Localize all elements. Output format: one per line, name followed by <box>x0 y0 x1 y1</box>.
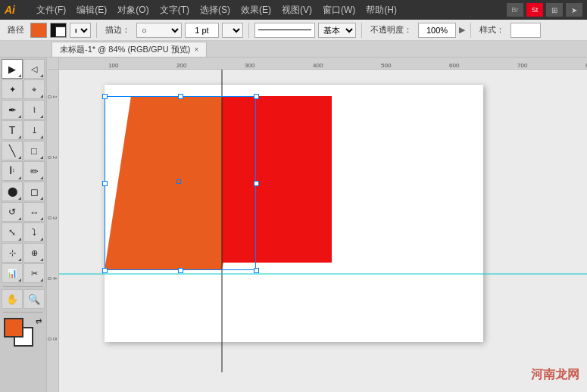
snap-select[interactable]: ○ <box>136 23 182 38</box>
pen-tool[interactable]: ✒ <box>2 100 23 120</box>
style-box[interactable] <box>511 23 541 38</box>
magic-wand-tool[interactable]: ✦ <box>2 79 23 99</box>
ruler-corner <box>47 58 59 70</box>
toolbox: ▶ ◁ ✦ ⌖ ✒ ⌇ T Ʇ ╲ □ 𝄆 ✏ ⬤ ◻ ↺ ↔ <box>0 58 47 392</box>
title-right-icons: Br St ⊞ ➤ <box>507 3 582 17</box>
ruler-tick-300: 300 <box>245 62 254 69</box>
chart-tool[interactable]: 📊 <box>2 263 23 283</box>
paintbrush-tool[interactable]: 𝄆 <box>2 161 23 181</box>
menu-select[interactable]: 选择(S) <box>195 2 235 18</box>
stroke-unit[interactable]: ▼ <box>222 23 243 38</box>
send-icon[interactable]: ➤ <box>566 3 582 17</box>
ruler-tick-100: 100 <box>108 62 118 69</box>
app-logo: Ai <box>5 4 27 16</box>
lasso-tool[interactable]: ⌖ <box>23 79 45 99</box>
line-tool[interactable]: ╲ <box>2 141 23 160</box>
curvature-tool[interactable]: ⌇ <box>23 100 45 120</box>
path-label: 路径 <box>5 24 27 36</box>
red-rectangle[interactable] <box>222 96 332 263</box>
scale-tool[interactable]: ⤡ <box>2 222 23 242</box>
stroke-line-preview[interactable] <box>254 23 315 38</box>
document-tab[interactable]: 未标题-1* @ 84% (RGB/GPU 预览) × <box>52 42 207 57</box>
tab-close-button[interactable]: × <box>195 45 199 54</box>
stroke-dropdown[interactable]: ■ <box>70 23 91 38</box>
ruler-left: 100 200 300 400 500 <box>47 58 59 392</box>
workspace[interactable] <box>59 70 587 392</box>
hand-tool[interactable]: ✋ <box>2 289 23 309</box>
stroke-style-select[interactable]: 基本 <box>318 23 356 38</box>
opacity-label: 不透明度： <box>367 24 415 36</box>
ruler-tick-v-500: 500 <box>47 338 58 341</box>
menu-object[interactable]: 对象(O) <box>113 2 153 18</box>
color-tools: ⇄ <box>2 315 45 353</box>
blob-brush-tool[interactable]: ⬤ <box>2 182 23 201</box>
ruler-tick-v-200: 200 <box>47 156 58 159</box>
stock-icon[interactable]: St <box>526 3 543 17</box>
rotate-tool[interactable]: ↺ <box>2 202 23 222</box>
snap-label: 描边： <box>102 24 133 36</box>
ruler-top: 100 200 300 400 500 600 700 800 <box>59 58 587 70</box>
ruler-tick-600: 600 <box>449 62 459 69</box>
stroke-color-swatch[interactable] <box>50 23 67 38</box>
titlebar: Ai 文件(F) 编辑(E) 对象(O) 文字(T) 选择(S) 效果(E) 视… <box>0 0 587 20</box>
ruler-tick-v-300: 300 <box>47 216 58 219</box>
menu-help[interactable]: 帮助(H) <box>361 2 401 18</box>
fill-color-swatch[interactable] <box>30 23 47 38</box>
ruler-tick-200: 200 <box>176 62 186 69</box>
slice-tool[interactable]: ✂ <box>23 263 45 283</box>
ruler-tick-v-400: 400 <box>47 277 58 280</box>
zoom-tool[interactable]: 🔍 <box>23 289 45 309</box>
tab-title: 未标题-1* @ 84% (RGB/GPU 预览) <box>60 44 191 55</box>
pencil-tool[interactable]: ✏ <box>23 161 45 181</box>
tabbar: 未标题-1* @ 84% (RGB/GPU 预览) × <box>0 41 587 58</box>
type-tool[interactable]: T <box>2 120 23 140</box>
rect-tool[interactable]: □ <box>23 141 45 160</box>
grid-icon[interactable]: ⊞ <box>546 3 563 17</box>
opacity-input[interactable] <box>418 23 456 38</box>
touch-type-tool[interactable]: Ʇ <box>23 120 45 140</box>
menu-effect[interactable]: 效果(E) <box>236 2 276 18</box>
ruler-tick-400: 400 <box>313 62 323 69</box>
free-transform-tool[interactable]: ⊹ <box>2 243 23 263</box>
direct-select-tool[interactable]: ◁ <box>23 59 45 79</box>
canvas-area[interactable]: 100 200 300 400 500 600 700 800 100 200 … <box>47 58 587 392</box>
ruler-tick-500: 500 <box>381 62 391 69</box>
stroke-width-input[interactable] <box>185 23 219 38</box>
fill-color-tool[interactable] <box>4 318 23 338</box>
menu-bar: 文件(F) 编辑(E) 对象(O) 文字(T) 选择(S) 效果(E) 视图(V… <box>32 2 502 18</box>
reflect-tool[interactable]: ↔ <box>23 202 45 222</box>
opacity-arrow[interactable]: ▶ <box>459 25 465 35</box>
style-label: 样式： <box>476 24 507 36</box>
bridge-icon[interactable]: Br <box>507 3 523 17</box>
menu-text[interactable]: 文字(T) <box>155 2 194 18</box>
ruler-tick-700: 700 <box>517 62 527 69</box>
main-area: ▶ ◁ ✦ ⌖ ✒ ⌇ T Ʇ ╲ □ 𝄆 ✏ ⬤ ◻ ↺ ↔ <box>0 58 587 392</box>
swap-colors-icon[interactable]: ⇄ <box>36 317 42 325</box>
menu-file[interactable]: 文件(F) <box>32 2 70 18</box>
ruler-tick-v-100: 100 <box>47 95 58 98</box>
shape-builder-tool[interactable]: ⊕ <box>23 243 45 263</box>
eraser-tool[interactable]: ◻ <box>23 182 45 201</box>
menu-view[interactable]: 视图(V) <box>277 2 317 18</box>
warp-tool[interactable]: ⤵ <box>23 222 45 242</box>
controlbar: 路径 ■ 描边： ○ ▼ 基本 不透明度： ▶ 样式： <box>0 20 587 41</box>
selection-tool[interactable]: ▶ <box>2 59 23 79</box>
menu-window[interactable]: 窗口(W) <box>318 2 360 18</box>
watermark: 河南龙网 <box>531 367 579 383</box>
menu-edit[interactable]: 编辑(E) <box>72 2 111 18</box>
canvas-svg <box>59 70 587 392</box>
